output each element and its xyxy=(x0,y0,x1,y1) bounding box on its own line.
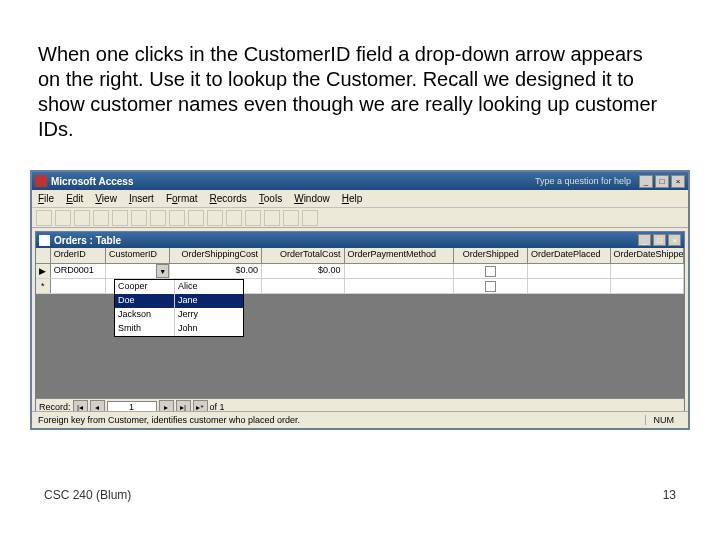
dropdown-option[interactable]: Cooper Alice xyxy=(115,280,243,294)
toolbar-button[interactable] xyxy=(112,210,128,226)
table-title: Orders : Table xyxy=(54,235,636,246)
cell-shipped[interactable] xyxy=(454,279,527,293)
table-row: ▶ ORD0001 ▼ $0.00 $0.00 xyxy=(36,264,684,279)
option-lastname: Cooper xyxy=(115,280,175,294)
row-selector-new[interactable]: * xyxy=(36,279,51,293)
cell-dateplaced[interactable] xyxy=(528,264,611,278)
cell-paymentmethod[interactable] xyxy=(345,279,455,293)
toolbar-button[interactable] xyxy=(55,210,71,226)
maximize-button[interactable]: □ xyxy=(655,175,669,188)
grid-header-row: OrderID CustomerID OrderShippingCost Ord… xyxy=(36,248,684,264)
row-selector[interactable]: ▶ xyxy=(36,264,51,278)
menu-tools[interactable]: Tools xyxy=(259,193,282,204)
status-bar: Foreign key from Customer, identifies cu… xyxy=(32,411,688,428)
cell-orderid[interactable] xyxy=(51,279,106,293)
toolbar-button[interactable] xyxy=(283,210,299,226)
help-hint[interactable]: Type a question for help xyxy=(535,176,631,186)
col-paymentmethod[interactable]: OrderPaymentMethod xyxy=(345,248,455,263)
toolbar-button[interactable] xyxy=(169,210,185,226)
menu-bar: File Edit View Insert Format Records Too… xyxy=(32,190,688,208)
doc-close-button[interactable]: × xyxy=(668,234,681,246)
dropdown-option-selected[interactable]: Doe Jane xyxy=(115,294,243,308)
minimize-button[interactable]: _ xyxy=(639,175,653,188)
status-message: Foreign key from Customer, identifies cu… xyxy=(38,415,645,425)
cell-shippingcost[interactable]: $0.00 xyxy=(170,264,262,278)
toolbar-button[interactable] xyxy=(131,210,147,226)
option-firstname: Jane xyxy=(175,294,243,308)
customerid-dropdown-list[interactable]: Cooper Alice Doe Jane Jackson Jerry Smit… xyxy=(114,279,244,337)
slide-footer-left: CSC 240 (Blum) xyxy=(44,488,131,502)
access-window: Microsoft Access Type a question for hel… xyxy=(30,170,690,430)
cell-paymentmethod[interactable] xyxy=(345,264,455,278)
toolbar-button[interactable] xyxy=(188,210,204,226)
table-titlebar: Orders : Table _ □ × xyxy=(36,232,684,248)
cell-dateshipped[interactable] xyxy=(611,264,684,278)
option-firstname: Jerry xyxy=(175,308,243,322)
toolbar-button[interactable] xyxy=(264,210,280,226)
menu-file[interactable]: File xyxy=(38,193,54,204)
checkbox-icon[interactable] xyxy=(485,266,496,277)
toolbar-button[interactable] xyxy=(36,210,52,226)
col-dateshipped[interactable]: OrderDateShipped xyxy=(611,248,684,263)
app-titlebar: Microsoft Access Type a question for hel… xyxy=(32,172,688,190)
dropdown-arrow-icon[interactable]: ▼ xyxy=(156,264,169,278)
menu-format[interactable]: Format xyxy=(166,193,198,204)
toolbar-button[interactable] xyxy=(150,210,166,226)
col-customerid[interactable]: CustomerID xyxy=(106,248,170,263)
access-app-icon xyxy=(35,175,47,187)
toolbar-button[interactable] xyxy=(93,210,109,226)
menu-records[interactable]: Records xyxy=(210,193,247,204)
cell-dateshipped[interactable] xyxy=(611,279,684,293)
cell-totalcost[interactable]: $0.00 xyxy=(262,264,345,278)
row-selector-header[interactable] xyxy=(36,248,51,263)
dropdown-option[interactable]: Jackson Jerry xyxy=(115,308,243,322)
toolbar-button[interactable] xyxy=(207,210,223,226)
cell-customerid[interactable]: ▼ xyxy=(106,264,170,278)
toolbar-button[interactable] xyxy=(74,210,90,226)
menu-insert[interactable]: Insert xyxy=(129,193,154,204)
toolbar-button[interactable] xyxy=(302,210,318,226)
col-shippingcost[interactable]: OrderShippingCost xyxy=(170,248,262,263)
option-lastname: Jackson xyxy=(115,308,175,322)
toolbar-button[interactable] xyxy=(245,210,261,226)
cell-dateplaced[interactable] xyxy=(528,279,611,293)
toolbar-button[interactable] xyxy=(226,210,242,226)
table-window: Orders : Table _ □ × OrderID CustomerID … xyxy=(35,231,685,416)
menu-edit[interactable]: Edit xyxy=(66,193,83,204)
table-icon xyxy=(39,235,50,246)
checkbox-icon[interactable] xyxy=(485,281,496,292)
cell-orderid[interactable]: ORD0001 xyxy=(51,264,106,278)
option-lastname: Smith xyxy=(115,322,175,336)
option-firstname: Alice xyxy=(175,280,243,294)
toolbar xyxy=(32,208,688,228)
col-shipped[interactable]: OrderShipped xyxy=(454,248,527,263)
option-lastname: Doe xyxy=(115,294,175,308)
doc-maximize-button[interactable]: □ xyxy=(653,234,666,246)
col-orderid[interactable]: OrderID xyxy=(51,248,106,263)
dropdown-option[interactable]: Smith John xyxy=(115,322,243,336)
app-title: Microsoft Access xyxy=(51,176,535,187)
doc-minimize-button[interactable]: _ xyxy=(638,234,651,246)
menu-window[interactable]: Window xyxy=(294,193,330,204)
slide-body-text: When one clicks in the CustomerID field … xyxy=(38,42,668,142)
cell-totalcost[interactable] xyxy=(262,279,345,293)
menu-help[interactable]: Help xyxy=(342,193,363,204)
cell-shipped[interactable] xyxy=(454,264,527,278)
col-dateplaced[interactable]: OrderDatePlaced xyxy=(528,248,611,263)
status-num-indicator: NUM xyxy=(645,415,683,425)
slide-number: 13 xyxy=(663,488,676,502)
close-button[interactable]: × xyxy=(671,175,685,188)
col-totalcost[interactable]: OrderTotalCost xyxy=(262,248,345,263)
option-firstname: John xyxy=(175,322,243,336)
menu-view[interactable]: View xyxy=(95,193,117,204)
